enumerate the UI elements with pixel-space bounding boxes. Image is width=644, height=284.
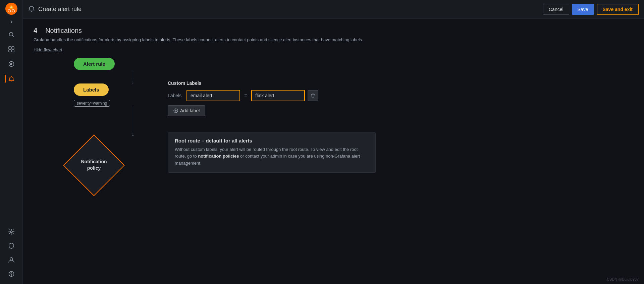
- svg-rect-6: [9, 47, 11, 49]
- label-value-input[interactable]: [251, 90, 305, 101]
- content-area: 4 Notifications Grafana handles the noti…: [23, 19, 644, 284]
- labels-row: Labels =: [168, 90, 633, 101]
- sidebar-item-profile[interactable]: [5, 253, 18, 267]
- save-and-exit-button[interactable]: Save and exit: [597, 4, 639, 15]
- severity-tag-container: severity=warning: [74, 98, 168, 107]
- svg-rect-8: [9, 50, 11, 52]
- flow-chart: Alert rule ↓ Labels severity=warning: [34, 55, 168, 194]
- sidebar-item-shield[interactable]: [5, 239, 18, 252]
- flow-arrow-2: ↓: [98, 107, 168, 137]
- sidebar-item-settings[interactable]: [5, 225, 18, 238]
- hide-flow-chart-link[interactable]: Hide flow chart: [34, 47, 633, 52]
- root-route-title: Root route – default for all alerts: [175, 138, 369, 144]
- header-actions: Cancel Save Save and exit: [543, 4, 639, 15]
- sidebar-collapse-button[interactable]: [7, 18, 15, 26]
- sidebar-item-search[interactable]: [5, 28, 18, 41]
- cancel-button[interactable]: Cancel: [543, 4, 569, 15]
- add-label-button[interactable]: Add label: [168, 105, 205, 116]
- header: Create alert rule Cancel Save Save and e…: [23, 0, 644, 19]
- watermark: CSDN @Bulut0907: [607, 277, 639, 281]
- root-route-text: Without custom labels, your alert will b…: [175, 146, 369, 167]
- section-number: 4: [34, 27, 37, 35]
- delete-label-button[interactable]: [308, 90, 318, 101]
- notification-policy-label: Notification policy: [77, 159, 111, 172]
- notification-policies-link[interactable]: notification policies: [198, 154, 239, 159]
- custom-labels-title: Custom Labels: [168, 80, 633, 86]
- sidebar-item-alerting[interactable]: [5, 72, 18, 86]
- svg-rect-9: [12, 50, 14, 52]
- labels-node-container: Labels: [74, 83, 168, 96]
- save-button[interactable]: Save: [572, 4, 594, 15]
- svg-point-11: [10, 231, 12, 233]
- equals-sign: =: [243, 93, 249, 99]
- section-title: Notifications: [45, 27, 82, 35]
- main-content: Create alert rule Cancel Save Save and e…: [23, 0, 644, 284]
- grafana-logo: [5, 3, 17, 16]
- svg-point-14: [11, 275, 12, 276]
- labels-node: Labels: [74, 83, 109, 96]
- sidebar-item-dashboards[interactable]: [5, 43, 18, 56]
- svg-point-4: [10, 6, 12, 8]
- svg-point-5: [9, 33, 13, 36]
- add-label-text: Add label: [180, 108, 200, 113]
- sidebar: [0, 0, 23, 284]
- sidebar-item-help[interactable]: [5, 267, 18, 281]
- custom-labels: Custom Labels Labels =: [168, 80, 633, 116]
- label-key-input[interactable]: [186, 90, 240, 101]
- labels-column-label: Labels: [168, 93, 184, 98]
- alert-rule-node: Alert rule: [74, 58, 115, 70]
- bell-icon: [28, 5, 35, 13]
- page-title: Create alert rule: [38, 6, 543, 13]
- svg-rect-7: [12, 47, 14, 49]
- sidebar-item-explore[interactable]: [5, 57, 18, 71]
- notifications-section: 4 Notifications Grafana handles the noti…: [34, 27, 633, 52]
- svg-point-3: [12, 9, 15, 12]
- severity-tag: severity=warning: [74, 100, 110, 107]
- right-column: Custom Labels Labels =: [168, 75, 633, 194]
- svg-point-12: [10, 258, 13, 260]
- notification-policy-diamond: Notification policy: [60, 137, 127, 194]
- svg-point-2: [8, 9, 11, 12]
- section-description: Grafana handles the notifications for al…: [34, 37, 633, 43]
- flow-arrow-1: ↓: [98, 70, 168, 83]
- root-route-box: Root route – default for all alerts With…: [168, 132, 376, 173]
